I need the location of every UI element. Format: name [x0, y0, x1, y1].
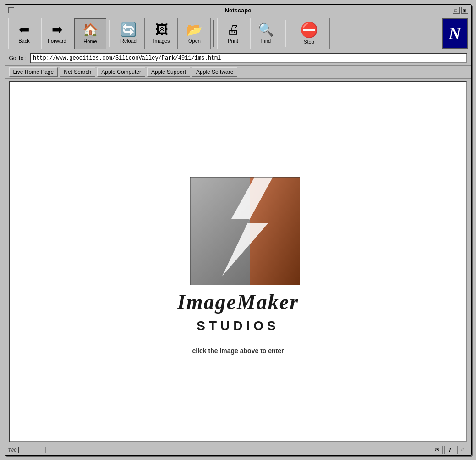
company-sub: STUDIOS: [197, 319, 279, 333]
throbber-logo: T//0: [8, 447, 17, 453]
print-icon: 🖨: [227, 23, 240, 36]
forward-icon: ➡: [52, 23, 62, 36]
netscape-logo-button[interactable]: N: [442, 18, 468, 49]
images-icon: 🖼: [155, 23, 168, 36]
url-input[interactable]: [30, 53, 467, 63]
apple-computer-button[interactable]: Apple Computer: [97, 67, 145, 77]
open-button[interactable]: 📂 Open: [179, 18, 211, 49]
stop-button[interactable]: ⛔ Stop: [289, 18, 330, 49]
stop-icon: ⛔: [300, 22, 318, 37]
toolbar-separator-2: [213, 20, 214, 47]
window-title: Netscape: [225, 7, 252, 14]
browser-window: Netscape □ ▣ ⬅ Back ➡ Forward 🏠 Home 🔄 R…: [5, 4, 472, 456]
close-button[interactable]: [8, 7, 14, 13]
find-icon: 🔍: [258, 23, 274, 36]
company-name: ImageMaker: [177, 290, 299, 314]
open-icon: 📂: [186, 23, 202, 36]
web-content-area: ImageMaker STUDIOS click the image above…: [9, 81, 467, 442]
security-icon: //: [457, 446, 468, 454]
apple-software-button[interactable]: Apple Software: [192, 67, 237, 77]
cta-text: click the image above to enter: [192, 347, 284, 355]
maximize-button[interactable]: ▣: [461, 7, 468, 14]
back-button[interactable]: ⬅ Back: [8, 18, 40, 49]
status-bar-right: ✉ ? //: [432, 446, 468, 454]
forward-button[interactable]: ➡ Forward: [41, 18, 73, 49]
site-logo-link[interactable]: ImageMaker STUDIOS: [176, 168, 300, 333]
title-bar-right-controls: □ ▣: [453, 7, 468, 14]
reload-button[interactable]: 🔄 Reload: [113, 18, 145, 49]
status-bar: T//0 ✉ ? //: [5, 444, 471, 455]
back-icon: ⬅: [19, 23, 29, 36]
net-search-button[interactable]: Net Search: [60, 67, 95, 77]
home-button[interactable]: 🏠 Home: [74, 18, 106, 49]
home-icon: 🏠: [82, 24, 98, 37]
go-to-label: Go To :: [9, 55, 27, 61]
live-home-page-button[interactable]: Live Home Page: [9, 67, 58, 77]
print-button[interactable]: 🖨 Print: [217, 18, 249, 49]
toolbar-separator-3: [285, 20, 286, 47]
mail-icon[interactable]: ✉: [432, 446, 443, 454]
minimize-button[interactable]: □: [453, 7, 460, 14]
netscape-n-icon: N: [449, 24, 461, 43]
help-icon[interactable]: ?: [444, 446, 455, 454]
find-button[interactable]: 🔍 Find: [250, 18, 282, 49]
progress-bar: [18, 447, 46, 453]
title-bar-controls: [8, 7, 14, 13]
imagemaker-logo-image: [176, 168, 300, 285]
address-bar: Go To :: [5, 51, 471, 66]
images-button[interactable]: 🖼 Images: [146, 18, 178, 49]
status-bar-left: T//0: [8, 447, 46, 453]
browser-toolbar: ⬅ Back ➡ Forward 🏠 Home 🔄 Reload 🖼 Image…: [5, 16, 471, 51]
reload-icon: 🔄: [120, 23, 137, 36]
apple-support-button[interactable]: Apple Support: [147, 67, 190, 77]
toolbar-separator-1: [109, 20, 110, 47]
quicklinks-bar: Live Home Page Net Search Apple Computer…: [5, 66, 471, 79]
title-bar: Netscape □ ▣: [5, 5, 471, 16]
